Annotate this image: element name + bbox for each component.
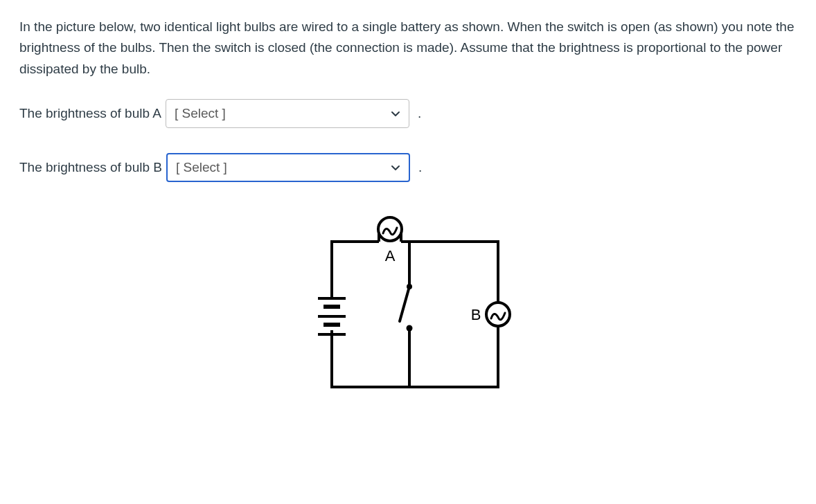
select-bulb-a-placeholder: [ Select ] xyxy=(175,103,226,124)
period-a: . xyxy=(418,103,421,124)
label-bulb-b: The brightness of bulb B xyxy=(19,157,162,178)
circuit-diagram: A B xyxy=(304,207,512,401)
row-bulb-a: The brightness of bulb A [ Select ] . xyxy=(19,99,797,128)
row-bulb-b: The brightness of bulb B [ Select ] . xyxy=(19,153,797,182)
chevron-down-icon xyxy=(391,163,400,172)
chevron-down-icon xyxy=(391,109,400,118)
svg-point-11 xyxy=(407,325,413,332)
svg-point-26 xyxy=(378,217,402,241)
select-bulb-b-placeholder: [ Select ] xyxy=(176,157,227,178)
select-bulb-a[interactable]: [ Select ] xyxy=(166,99,409,128)
bulb-b-label: B xyxy=(471,306,481,323)
question-intro: In the picture below, two identical ligh… xyxy=(19,17,797,80)
svg-line-8 xyxy=(400,287,409,321)
period-b: . xyxy=(418,157,422,178)
label-bulb-a: The brightness of bulb A xyxy=(19,103,161,124)
svg-point-10 xyxy=(407,284,412,289)
bulb-a-label: A xyxy=(385,247,396,264)
svg-point-27 xyxy=(486,303,510,326)
select-bulb-b[interactable]: [ Select ] xyxy=(166,153,410,182)
